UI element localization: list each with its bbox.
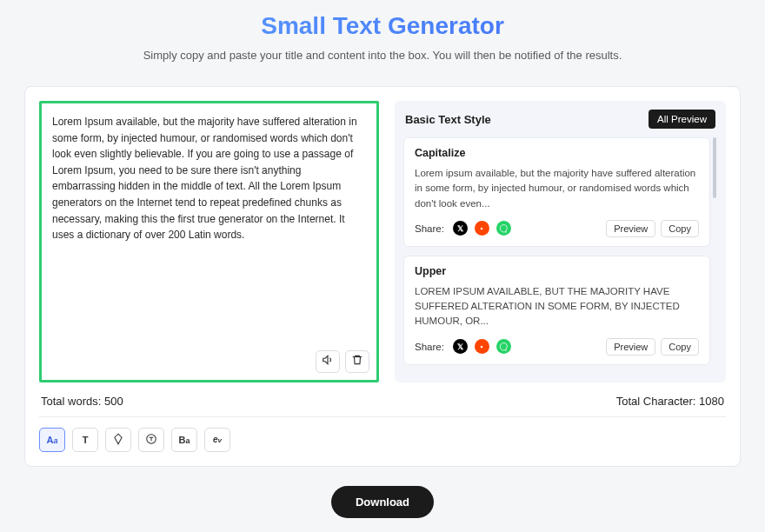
style-text: Lorem ipsum available, but the majority … bbox=[415, 166, 699, 211]
whatsapp-icon[interactable] bbox=[496, 221, 511, 236]
all-preview-button[interactable]: All Preview bbox=[649, 110, 715, 129]
diamond-icon bbox=[112, 433, 124, 447]
main-textarea[interactable]: Lorem Ipsum available, but the majority … bbox=[52, 114, 366, 345]
char-count-label: Total Character: bbox=[616, 395, 699, 408]
style-text: LOREM IPSUM AVAILABLE, BUT THE MAJORITY … bbox=[415, 284, 699, 329]
svg-point-0 bbox=[481, 228, 483, 230]
input-actions bbox=[316, 350, 369, 373]
word-count-label: Total words: bbox=[41, 395, 104, 408]
tool-ba[interactable]: Ba bbox=[171, 428, 197, 452]
stats-row: Total words: 500 Total Character: 1080 bbox=[39, 395, 726, 417]
clear-button[interactable] bbox=[345, 350, 369, 373]
ev-icon: ev bbox=[213, 435, 222, 444]
copy-button[interactable]: Copy bbox=[661, 338, 699, 356]
download-row: Download bbox=[0, 486, 765, 518]
style-footer: Share: 𝕏 Preview Copy bbox=[415, 338, 699, 356]
svg-point-1 bbox=[481, 345, 483, 348]
output-header: Basic Text Style All Preview bbox=[403, 110, 717, 129]
reddit-icon[interactable] bbox=[475, 221, 489, 236]
download-button[interactable]: Download bbox=[331, 486, 434, 518]
x-icon[interactable]: 𝕏 bbox=[453, 339, 468, 354]
page-title: Small Text Generator bbox=[0, 12, 765, 40]
style-name: Capitalize bbox=[415, 147, 699, 159]
input-panel: Lorem Ipsum available, but the majority … bbox=[39, 101, 379, 382]
whatsapp-icon[interactable] bbox=[496, 339, 511, 354]
preview-button[interactable]: Preview bbox=[606, 338, 655, 356]
reddit-icon[interactable] bbox=[475, 339, 489, 354]
tool-ev[interactable]: ev bbox=[204, 428, 230, 452]
word-count: Total words: 500 bbox=[41, 395, 123, 408]
style-buttons: Preview Copy bbox=[606, 338, 699, 356]
output-title: Basic Text Style bbox=[405, 113, 491, 126]
scrollbar-thumb[interactable] bbox=[713, 137, 716, 198]
page-subtitle: Simply copy and paste your title and con… bbox=[0, 49, 765, 62]
ba-icon: Ba bbox=[179, 435, 190, 445]
main-card: Lorem Ipsum available, but the majority … bbox=[24, 86, 741, 467]
sound-icon bbox=[322, 354, 334, 369]
share-row: Share: 𝕏 bbox=[415, 339, 511, 354]
share-label: Share: bbox=[415, 342, 444, 352]
panels: Lorem Ipsum available, but the majority … bbox=[39, 101, 726, 382]
preview-button[interactable]: Preview bbox=[606, 220, 655, 237]
output-panel: Basic Text Style All Preview Capitalize … bbox=[395, 101, 726, 382]
share-row: Share: 𝕏 bbox=[415, 221, 511, 236]
char-count-value: 1080 bbox=[699, 395, 724, 408]
tool-circle-t[interactable] bbox=[138, 428, 164, 452]
t-icon: T bbox=[83, 435, 89, 445]
style-name: Upper bbox=[415, 265, 699, 277]
style-buttons: Preview Copy bbox=[606, 220, 699, 237]
aa-icon: Aa bbox=[47, 435, 58, 445]
char-count: Total Character: 1080 bbox=[616, 395, 724, 408]
tool-aa[interactable]: Aa bbox=[39, 428, 65, 452]
style-footer: Share: 𝕏 Preview Copy bbox=[415, 220, 699, 237]
circle-t-icon bbox=[145, 433, 157, 447]
format-toolbar: Aa T Ba ev bbox=[39, 428, 726, 452]
tool-t[interactable]: T bbox=[72, 428, 98, 452]
copy-button[interactable]: Copy bbox=[661, 220, 699, 237]
share-label: Share: bbox=[415, 223, 444, 234]
style-card-capitalize: Capitalize Lorem ipsum available, but th… bbox=[403, 137, 710, 247]
style-card-upper: Upper LOREM IPSUM AVAILABLE, BUT THE MAJ… bbox=[403, 256, 710, 365]
word-count-value: 500 bbox=[104, 395, 123, 408]
tool-diamond[interactable] bbox=[105, 428, 131, 452]
x-icon[interactable]: 𝕏 bbox=[453, 221, 468, 236]
trash-icon bbox=[351, 354, 363, 369]
style-list: Capitalize Lorem ipsum available, but th… bbox=[403, 137, 717, 374]
sound-button[interactable] bbox=[316, 350, 340, 373]
